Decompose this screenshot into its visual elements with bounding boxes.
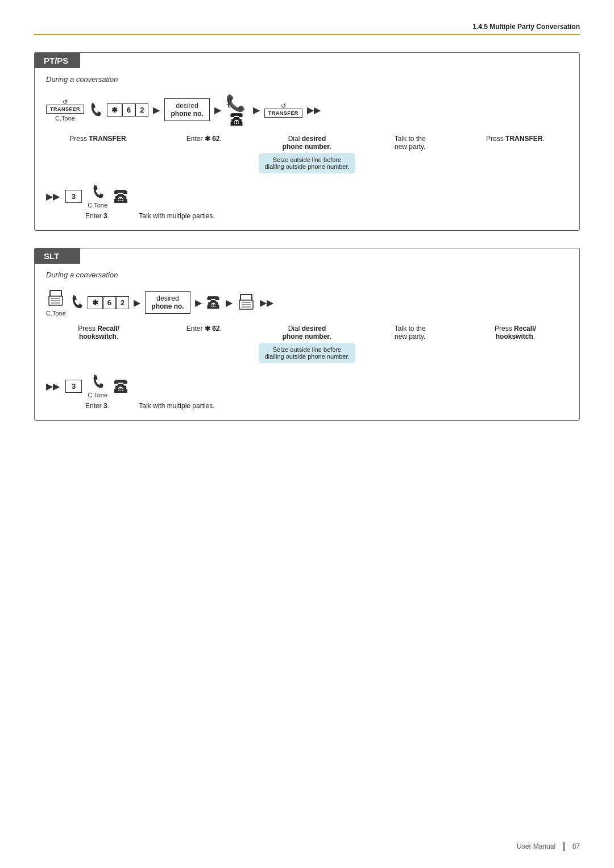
slt-desc-1: Press Recall/hookswitch. xyxy=(46,325,151,340)
desired-line2: phone no. xyxy=(171,110,203,118)
slt-star62-text: ✱ 62 xyxy=(205,325,220,333)
ptps-desc-7: Talk with multiple parties. xyxy=(120,212,234,220)
arrow-2: ▶ xyxy=(214,105,221,115)
ptps-desc-3: Dial desiredphone number. Seize outside … xyxy=(256,135,357,173)
ptps-transfer-text-2: TRANSFER xyxy=(505,135,542,143)
slt-desc-row1: Press Recall/hookswitch. Enter ✱ 62. Dia… xyxy=(46,322,568,363)
slt-arrow-2: ▶ xyxy=(195,297,202,308)
slt-section: SLT During a conversation C.Tone xyxy=(34,248,580,421)
transfer-btn-label-2: TRANSFER xyxy=(264,109,302,118)
svg-text:ℓ: ℓ xyxy=(226,95,233,110)
slt-desc-4: Talk to thenew party. xyxy=(358,325,463,340)
slt-ctone-2: C.Tone xyxy=(88,392,107,398)
ptps-3-text: 3 xyxy=(103,212,107,220)
slt-talk-unicode-1: 🕿 xyxy=(206,294,221,312)
talk-unicode-1: 🕿 xyxy=(230,112,244,127)
slt-diagram-row1: C.Tone ✱ 6 2 ▶ desired phone no. ▶ xyxy=(46,288,568,317)
ptps-handset-icon-1 xyxy=(89,101,102,119)
ptps-desc-2: Enter ✱ 62. xyxy=(151,135,256,143)
slt-key-2-1: 2 xyxy=(116,296,129,309)
slt-desc-3: Dial desiredphone number. Seize outside … xyxy=(256,325,357,363)
slt-desc-arrow-placeholder xyxy=(46,402,74,410)
slt-phone-icon-1: C.Tone xyxy=(46,288,66,317)
slt-desired-box: desired phone no. xyxy=(145,291,190,314)
slt-handset-icon-1 xyxy=(70,294,83,311)
ptps-diagram-row1: ↺ TRANSFER C.Tone ✱ 6 2 ▶ desired xyxy=(46,93,568,127)
slt-key-seq-1: ✱ 6 2 xyxy=(88,296,129,309)
page: 1.4.5 Multiple Party Conversation PT/PS … xyxy=(0,0,614,460)
slt-tooltip-1: Seize outside line before dialling outsi… xyxy=(259,343,355,363)
ptps-subtitle: During a conversation xyxy=(46,75,568,84)
ptps-handset-icon-2: C.Tone xyxy=(88,184,107,209)
slt-3-text: 3 xyxy=(103,402,107,410)
ptps-desc-arrow-placeholder xyxy=(46,212,74,220)
ptps-tooltip-1: Seize outside line before dialling outsi… xyxy=(259,153,355,173)
slt-subtitle: During a conversation xyxy=(46,271,568,279)
page-header: 1.4.5 Multiple Party Conversation xyxy=(34,23,580,35)
slt-desc-row2: Enter 3. Talk with multiple parties. xyxy=(46,402,568,410)
ptps-key-seq-1: ✱ 6 2 xyxy=(107,103,148,117)
slt-label: SLT xyxy=(35,248,80,264)
key-6-1: 6 xyxy=(122,103,135,117)
slt-diagram-row2: ▶▶ 3 C.Tone 🕿 xyxy=(46,373,568,398)
desired-line1: desired xyxy=(171,102,203,110)
slt-talk-multi-unicode-1: 🕿 xyxy=(113,377,129,396)
transfer-btn-label-1: TRANSFER xyxy=(46,105,84,114)
ptps-transfer-icon-2: ↺ TRANSFER xyxy=(264,102,302,118)
slt-arrow-double-2: ▶▶ xyxy=(46,381,60,392)
footer-label: User Manual xyxy=(517,842,555,850)
slt-ctone-1: C.Tone xyxy=(46,310,66,317)
ptps-desc-1: Press TRANSFER. xyxy=(46,135,151,143)
slt-arrow-3: ▶ xyxy=(226,297,233,308)
ptps-section: PT/PS During a conversation ↺ TRANSFER C… xyxy=(34,52,580,231)
ptps-star62-text: ✱ 62 xyxy=(205,135,220,143)
slt-desc-6: Enter 3. xyxy=(74,402,120,410)
slt-arrow-double-1: ▶▶ xyxy=(260,297,273,308)
talk-multi-unicode-1: 🕿 xyxy=(113,187,129,206)
key-3-1: 3 xyxy=(65,190,82,203)
ptps-transfer-text-1: TRANSFER xyxy=(89,135,126,143)
ptps-desired-box: desired phone no. xyxy=(164,98,209,121)
ptps-label: PT/PS xyxy=(35,53,80,68)
section-title-text: 1.4.5 Multiple Party Conversation xyxy=(472,23,580,31)
slt-desc-2: Enter ✱ 62. xyxy=(151,325,256,333)
ptps-desired-text: desired xyxy=(302,135,326,143)
slt-phone-icon-2 xyxy=(237,292,255,313)
ptps-desc-6: Enter 3. xyxy=(74,212,120,220)
arrow-double-2: ▶▶ xyxy=(46,191,60,202)
footer-page: 87 xyxy=(572,842,580,850)
slt-desired-line2: phone no. xyxy=(151,302,184,310)
ptps-talk-icon-1: 📞 ℓ 🕿 xyxy=(226,93,248,127)
slt-arrow-1: ▶ xyxy=(134,297,140,308)
arrow-3: ▶ xyxy=(253,105,260,115)
slt-talk-icon-1: 🕿 xyxy=(206,294,221,312)
ptps-diagram-row2: ▶▶ 3 C.Tone 🕿 xyxy=(46,184,568,209)
slt-handset-icon-2: C.Tone xyxy=(88,373,107,398)
ptps-desc-5: Press TRANSFER. xyxy=(463,135,568,143)
ptps-ctone-1: C.Tone xyxy=(55,115,75,122)
ptps-desc-row1: Press TRANSFER. Enter ✱ 62. Dial desired… xyxy=(46,132,568,173)
slt-key-6-1: 6 xyxy=(103,296,116,309)
slt-key-star-1: ✱ xyxy=(88,296,103,309)
ptps-desc-row2: Enter 3. Talk with multiple parties. xyxy=(46,212,568,220)
ptps-ctone-2: C.Tone xyxy=(88,202,107,209)
slt-desired-line1: desired xyxy=(151,294,184,302)
arrow-double-1: ▶▶ xyxy=(307,105,321,115)
ptps-desc-4: Talk to thenew party. xyxy=(358,135,463,151)
key-star-1: ✱ xyxy=(107,103,122,117)
footer-divider xyxy=(563,842,565,851)
slt-key-3-1: 3 xyxy=(65,380,82,393)
slt-talk-multi-1: 🕿 xyxy=(113,377,129,396)
slt-desired-text: desired xyxy=(302,325,326,333)
slt-desc-5: Press Recall/hookswitch. xyxy=(463,325,568,340)
key-2-1: 2 xyxy=(135,103,148,117)
ptps-transfer-icon-1: ↺ TRANSFER C.Tone xyxy=(46,98,84,122)
slt-desc-7: Talk with multiple parties. xyxy=(120,402,234,410)
slt-recall-text-1: Recall/hookswitch xyxy=(79,325,119,340)
arrow-1: ▶ xyxy=(153,105,160,115)
ptps-talk-multi-1: 🕿 xyxy=(113,187,129,206)
page-footer: User Manual 87 xyxy=(517,842,580,851)
slt-recall-text-2: Recall/hookswitch xyxy=(496,325,536,340)
